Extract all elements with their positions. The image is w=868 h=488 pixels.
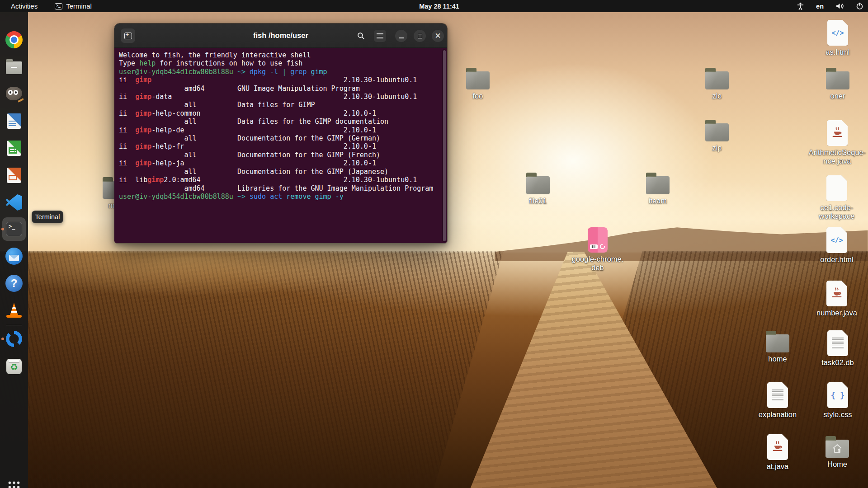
dock-item-trash[interactable]: ♻ [5, 357, 23, 375]
java-file-icon [767, 434, 788, 460]
home-folder-icon [826, 440, 849, 458]
dock-item-thunderbird[interactable] [5, 247, 23, 265]
folder-icon [705, 71, 729, 89]
folder-icon [766, 334, 789, 352]
html-glyph: </> [830, 236, 843, 244]
icon-label: foo [473, 92, 483, 100]
terminal-icon: >_ [6, 222, 22, 236]
desktop-icon-home[interactable]: Home [808, 436, 867, 469]
dock-item-software-updater[interactable] [5, 330, 23, 348]
icon-label: home [768, 355, 787, 363]
terminal-line: all Documentation for the GIMP (Japanese… [119, 168, 447, 176]
dock-item-gimp[interactable] [5, 84, 23, 103]
desktop-icon-task02-db[interactable]: task02.db [808, 330, 867, 367]
search-button[interactable] [355, 30, 367, 42]
dock-item-files[interactable] [5, 57, 23, 75]
desktop-icon-order-html[interactable]: </> order.html [807, 227, 866, 264]
terminal-line: user@iv-ydqb454d1cbw80b8l88u ~> dpkg -l … [119, 68, 447, 76]
desktop-icon-oner[interactable]: oner [808, 67, 867, 100]
desktop-icon-file01[interactable]: file01 [509, 172, 567, 205]
terminal-line: ii gimp 2.10.30-1ubuntu0.1 [119, 76, 447, 84]
java-cup-glyph [831, 127, 844, 140]
terminal-headerbar[interactable]: fish /home/user ✕ [114, 23, 447, 48]
gimp-icon [6, 87, 22, 100]
dock-item-libreoffice-impress[interactable] [5, 166, 23, 184]
power-icon[interactable] [856, 2, 863, 10]
minimize-button[interactable] [395, 30, 407, 42]
desktop-icon-as-html[interactable]: </> as.html [808, 20, 867, 56]
css-glyph: { } [831, 391, 845, 400]
dock-item-vlc[interactable] [5, 301, 23, 319]
icon-label: at.java [767, 462, 789, 471]
help-icon: ? [5, 275, 23, 292]
folder-icon [526, 176, 550, 194]
desktop-icon-google-chrome-deb[interactable]: google-chrome.deb [568, 227, 627, 272]
desktop-icon-zio[interactable]: zio [688, 67, 746, 100]
terminal-line: ii libgimp2.0:amd64 2.10.30-1ubuntu0.1 [119, 176, 447, 184]
terminal-content[interactable]: Welcome to fish, the friendly interactiv… [114, 48, 447, 244]
dock-tooltip: Terminal [32, 211, 63, 223]
desktop-icon-ce1-code-workspace[interactable]: ce1.code-workspace [807, 175, 866, 221]
desktop-icon-home-folder-lower[interactable]: home [748, 330, 807, 363]
close-button[interactable]: ✕ [432, 30, 444, 42]
desktop-icon-zip[interactable]: zip [688, 119, 746, 152]
deb-package-icon [588, 227, 608, 253]
terminal-line: amd64 GNU Image Manipulation Program [119, 84, 447, 93]
textdoc-file-icon [827, 330, 848, 356]
terminal-line: all Documentation for the GIMP (German) [119, 134, 447, 142]
keyboard-layout-indicator[interactable]: en [816, 3, 824, 10]
desktop-icon-number-java[interactable]: number.java [807, 281, 866, 317]
desktop-icon-iteam[interactable]: iteam [628, 172, 687, 205]
clock[interactable]: May 28 11:41 [419, 3, 459, 10]
desktop-icon-at-java[interactable]: at.java [748, 434, 807, 471]
show-applications-button[interactable] [5, 478, 23, 488]
dock-item-libreoffice-calc[interactable] [5, 139, 23, 157]
terminal-mini-icon: >_ [55, 3, 62, 9]
libreoffice-writer-icon [7, 113, 21, 129]
java-cup-glyph [771, 441, 784, 454]
text-lines-glyph [772, 389, 783, 401]
thunderbird-icon [5, 248, 23, 265]
terminal-window: fish /home/user ✕ Welcome to fish, the f… [114, 23, 448, 244]
icon-label: style.css [823, 410, 852, 419]
terminal-line: Welcome to fish, the friendly interactiv… [119, 51, 447, 59]
scrollbar-thumb[interactable] [443, 50, 446, 241]
vlc-icon [5, 302, 23, 319]
terminal-line: ii gimp-help-de 2.10.0-1 [119, 126, 447, 134]
show-apps-grid-icon [8, 481, 20, 488]
maximize-button[interactable] [414, 30, 426, 42]
dock-item-libreoffice-writer[interactable] [5, 112, 23, 130]
dock-item-chrome[interactable] [5, 31, 23, 49]
icon-label: google-chrome.deb [572, 255, 624, 272]
focused-app-menu[interactable]: >_ Terminal [55, 2, 92, 10]
menu-button[interactable] [374, 30, 386, 42]
icon-label: order.html [820, 255, 853, 264]
icon-label: number.java [816, 309, 857, 317]
terminal-line: ii gimp-data 2.10.30-1ubuntu0.1 [119, 93, 447, 101]
running-indicator-updater [1, 338, 4, 340]
volume-icon[interactable] [835, 2, 844, 10]
folder-icon [466, 71, 490, 89]
dock-item-vscode[interactable] [5, 193, 23, 211]
terminal-scrollbar[interactable] [442, 49, 446, 242]
vscode-icon [6, 194, 22, 211]
dock-item-terminal[interactable]: >_ [5, 220, 23, 238]
desktop-icon-style-css[interactable]: { } style.css [808, 382, 867, 419]
files-icon [6, 61, 22, 74]
java-file-icon [827, 120, 848, 146]
activities-button[interactable]: Activities [11, 2, 38, 10]
icon-label: as.html [826, 48, 849, 56]
software-updater-icon [6, 331, 22, 347]
dock-item-help[interactable]: ? [5, 274, 23, 292]
desktop-icon-arithmeticsequence-java[interactable]: ArithmeticSeque-nce.java [808, 120, 867, 165]
icon-label: zip [712, 144, 722, 152]
desktop-icon-foo[interactable]: foo [448, 67, 507, 100]
desktop-icon-explanation[interactable]: explanation [748, 382, 807, 419]
accessibility-icon[interactable] [797, 2, 804, 10]
new-tab-button[interactable] [121, 28, 135, 43]
icon-label: ArithmeticSeque-nce.java [809, 148, 866, 165]
new-tab-icon [124, 33, 132, 39]
libreoffice-calc-icon [7, 141, 21, 156]
libreoffice-impress-icon [7, 168, 21, 183]
icon-label: file01 [529, 197, 547, 205]
